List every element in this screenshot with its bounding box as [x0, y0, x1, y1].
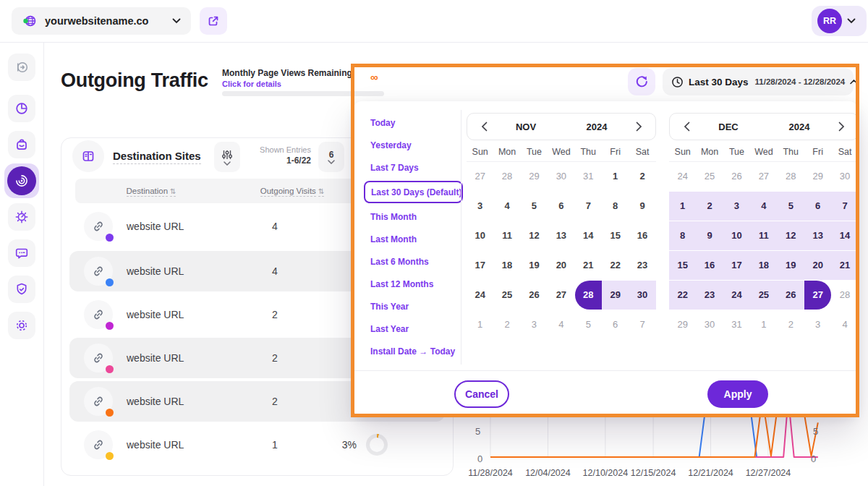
calendar-day[interactable]: 22	[602, 251, 629, 280]
table-row[interactable]: website URL13%	[69, 425, 445, 465]
calendar-day[interactable]: 3	[467, 192, 493, 221]
calendar-day[interactable]: 16	[696, 251, 723, 280]
sidebar-item-settings-gear[interactable]	[8, 312, 35, 339]
calendar-day[interactable]: 2	[778, 310, 804, 339]
column-header-outgoing-visits[interactable]: Outgoing Visits⇅	[227, 187, 357, 195]
page-size-select[interactable]: 6	[318, 142, 344, 172]
calendar-day[interactable]: 29	[804, 162, 831, 191]
site-selector[interactable]: yourwebsitename.co	[12, 7, 191, 35]
calendar-day[interactable]: 28	[831, 281, 858, 310]
calendar-day[interactable]: 6	[602, 310, 629, 339]
calendar-day[interactable]: 11	[493, 221, 520, 250]
calendar-day[interactable]: 23	[696, 281, 723, 310]
calendar-day[interactable]: 20	[548, 251, 574, 280]
calendar-day[interactable]: 29	[602, 281, 629, 310]
calendar-day[interactable]: 13	[804, 221, 831, 250]
calendar-day[interactable]: 5	[521, 192, 548, 221]
calendar-day[interactable]: 1	[467, 310, 493, 339]
account-menu[interactable]: RR	[812, 6, 867, 36]
calendar-day[interactable]: 5	[778, 192, 804, 221]
calendar-day[interactable]: 6	[804, 192, 831, 221]
preset-last-year[interactable]: Last Year	[370, 317, 463, 340]
calendar-day[interactable]: 4	[493, 192, 520, 221]
calendar-day[interactable]: 1	[750, 310, 777, 339]
calendar-day[interactable]: 7	[831, 192, 858, 221]
calendar-day[interactable]: 15	[602, 221, 629, 250]
calendar-day[interactable]: 17	[723, 251, 750, 280]
calendar-day[interactable]: 10	[723, 221, 750, 250]
calendar-day[interactable]: 28	[778, 162, 804, 191]
calendar-day[interactable]: 25	[696, 162, 723, 191]
calendar-day[interactable]: 14	[575, 221, 602, 250]
calendar-day[interactable]: 27	[804, 281, 831, 310]
calendar-day[interactable]: 4	[548, 310, 574, 339]
refresh-button[interactable]	[628, 68, 655, 95]
calendar-day[interactable]: 30	[831, 162, 858, 191]
preset-last-month[interactable]: Last Month	[370, 228, 463, 250]
column-header-destination[interactable]: Destination⇅	[75, 187, 227, 195]
preset-last-7-days[interactable]: Last 7 Days	[370, 156, 463, 179]
calendar-day[interactable]: 15	[669, 251, 696, 280]
calendar-day[interactable]: 26	[778, 281, 804, 310]
preset-last-6-months[interactable]: Last 6 Months	[370, 250, 463, 273]
calendar-day[interactable]: 28	[493, 162, 520, 191]
chevron-left-icon[interactable]	[477, 122, 490, 132]
calendar-day[interactable]: 26	[521, 281, 548, 310]
sidebar-item-dashboard-pie[interactable]	[8, 95, 35, 122]
open-site-button[interactable]	[200, 7, 227, 35]
calendar-day[interactable]: 1	[602, 162, 629, 191]
calendar-day[interactable]: 2	[493, 310, 520, 339]
preset-this-month[interactable]: This Month	[370, 205, 463, 228]
calendar-day[interactable]: 3	[723, 192, 750, 221]
calendar-day[interactable]: 30	[548, 162, 574, 191]
calendar-day[interactable]: 24	[669, 162, 696, 191]
calendar-day[interactable]: 24	[723, 281, 750, 310]
calendar-day[interactable]: 27	[467, 162, 493, 191]
preset-install-date-today[interactable]: Install Date → Today	[370, 340, 463, 362]
calendar-day[interactable]: 9	[696, 221, 723, 250]
calendar-day[interactable]: 31	[723, 310, 750, 339]
chevron-left-icon[interactable]	[680, 122, 693, 132]
sidebar-item-privacy-shield[interactable]	[8, 276, 35, 303]
calendar-day[interactable]: 30	[696, 310, 723, 339]
calendar-day[interactable]: 3	[521, 310, 548, 339]
calendar-day[interactable]: 22	[669, 281, 696, 310]
calendar-day[interactable]: 5	[575, 310, 602, 339]
calendar-day[interactable]: 27	[750, 162, 777, 191]
preset-yesterday[interactable]: Yesterday	[370, 134, 463, 156]
chevron-right-icon[interactable]	[835, 122, 848, 132]
calendar-day[interactable]: 4	[750, 192, 777, 221]
calendar-day[interactable]: 24	[467, 281, 493, 310]
chevron-right-icon[interactable]	[632, 122, 645, 132]
calendar-day[interactable]: 8	[602, 192, 629, 221]
monthly-page-views-details-link[interactable]: Click for details	[222, 80, 281, 88]
calendar-day[interactable]: 14	[831, 221, 858, 250]
preset-today[interactable]: Today	[370, 111, 463, 134]
calendar-day[interactable]: 10	[467, 221, 493, 250]
date-range-summary[interactable]: Last 30 Days 11/28/2024 - 12/28/2024	[663, 68, 854, 95]
sidebar-item-outgoing-radar[interactable]	[4, 163, 39, 198]
calendar-day[interactable]: 12	[778, 221, 804, 250]
calendar-day[interactable]: 25	[493, 281, 520, 310]
calendar-day[interactable]: 17	[467, 251, 493, 280]
calendar-day[interactable]: 23	[629, 251, 655, 280]
sidebar-item-feedback-chat[interactable]	[8, 239, 35, 267]
calendar-day[interactable]: 20	[804, 251, 831, 280]
calendar-day[interactable]: 7	[629, 310, 655, 339]
calendar-day[interactable]: 19	[778, 251, 804, 280]
calendar-day[interactable]: 4	[831, 310, 858, 339]
sidebar-item-sessions-target[interactable]	[8, 203, 35, 231]
calendar-day[interactable]: 29	[669, 310, 696, 339]
calendar-day[interactable]: 21	[831, 251, 858, 280]
calendar-day[interactable]: 21	[575, 251, 602, 280]
calendar-day[interactable]: 31	[575, 162, 602, 191]
calendar-day[interactable]: 30	[629, 281, 655, 310]
preset-last-30-days-default-[interactable]: Last 30 Days (Default)	[364, 181, 463, 203]
apply-button[interactable]: Apply	[707, 380, 768, 408]
calendar-day[interactable]: 13	[548, 221, 574, 250]
calendar-day[interactable]: 29	[521, 162, 548, 191]
calendar-day[interactable]: 25	[750, 281, 777, 310]
calendar-day[interactable]: 19	[521, 251, 548, 280]
calendar-day[interactable]: 3	[804, 310, 831, 339]
table-filter-button[interactable]	[214, 142, 240, 172]
